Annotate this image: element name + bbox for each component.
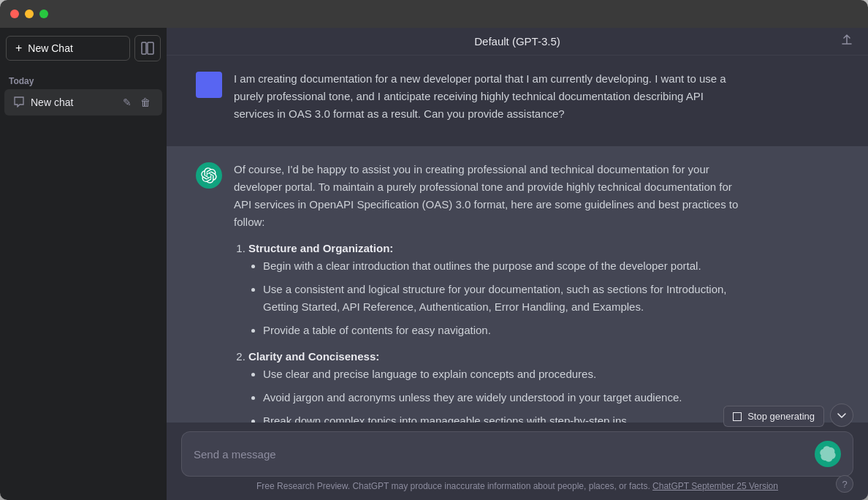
input-wrapper	[181, 431, 853, 477]
question-mark-icon: ?	[842, 479, 847, 490]
sidebar-item-new-chat[interactable]: New chat ✎ 🗑	[4, 89, 162, 115]
main-content: Default (GPT-3.5) I am creating document…	[167, 28, 868, 500]
messages-container: I am creating documentation for a new de…	[167, 56, 868, 423]
sidebar-toggle-icon	[141, 42, 154, 55]
bullet-2-2: Avoid jargon and acronyms unless they ar…	[263, 389, 745, 406]
user-avatar	[196, 72, 222, 98]
footer-version-link[interactable]: ChatGPT September 25 Version	[652, 481, 778, 491]
svg-rect-0	[142, 42, 146, 54]
chat-header: Default (GPT-3.5)	[167, 28, 868, 56]
today-section-label: Today	[0, 69, 167, 89]
app-window: + New Chat Today New chat	[0, 0, 868, 500]
chat-item-text: New chat	[31, 96, 114, 108]
bullet-1-3: Provide a table of contents for easy nav…	[263, 322, 745, 339]
chat-item-actions: ✎ 🗑	[120, 95, 153, 110]
chatgpt-logo-icon	[201, 167, 217, 183]
close-button[interactable]	[10, 10, 19, 18]
traffic-lights	[10, 10, 48, 18]
footer-disclaimer: Free Research Preview. ChatGPT may produ…	[256, 481, 650, 491]
assistant-intro-text: Of course, I'd be happy to assist you in…	[234, 161, 745, 231]
send-avatar-icon	[820, 446, 836, 462]
chat-bubble-icon	[13, 96, 25, 110]
user-message: I am creating documentation for a new de…	[167, 56, 868, 146]
assistant-message-content: Of course, I'd be happy to assist you in…	[234, 161, 745, 423]
plus-icon: +	[15, 42, 22, 54]
section-2-bullets: Use clear and precise language to explai…	[248, 365, 745, 423]
scroll-to-bottom-button[interactable]	[830, 404, 853, 427]
section-2: Clarity and Conciseness: Use clear and p…	[248, 348, 745, 423]
chat-header-title: Default (GPT-3.5)	[474, 35, 560, 48]
section-1-title: Structure and Organization:	[248, 242, 393, 254]
user-message-content: I am creating documentation for a new de…	[234, 70, 745, 132]
sidebar: + New Chat Today New chat	[0, 28, 167, 500]
maximize-button[interactable]	[39, 10, 48, 18]
assistant-sections-list: Structure and Organization: Begin with a…	[234, 240, 745, 423]
section-2-title: Clarity and Conciseness:	[248, 350, 379, 363]
svg-rect-1	[148, 42, 153, 54]
send-button[interactable]	[815, 441, 841, 467]
chevron-down-icon	[837, 410, 847, 420]
section-1-bullets: Begin with a clear introduction that out…	[248, 257, 745, 339]
share-button[interactable]	[840, 34, 853, 50]
help-button[interactable]: ?	[836, 475, 853, 493]
edit-chat-icon[interactable]: ✎	[120, 95, 134, 110]
input-area: Free Research Preview. ChatGPT may produ…	[167, 423, 868, 500]
stop-generating-label: Stop generating	[747, 411, 815, 422]
bullet-2-1: Use clear and precise language to explai…	[263, 365, 745, 383]
title-bar	[0, 0, 868, 28]
app-container: + New Chat Today New chat	[0, 28, 868, 500]
assistant-avatar	[196, 162, 222, 189]
stop-generating-button[interactable]: Stop generating	[723, 406, 824, 427]
assistant-message: Of course, I'd be happy to assist you in…	[167, 146, 868, 423]
footer-text: Free Research Preview. ChatGPT may produ…	[181, 477, 853, 494]
bullet-1-2: Use a consistent and logical structure f…	[263, 281, 745, 316]
user-message-text: I am creating documentation for a new de…	[234, 70, 745, 123]
message-input[interactable]	[194, 448, 807, 461]
new-chat-label: New Chat	[28, 42, 72, 54]
bullet-1-1: Begin with a clear introduction that out…	[263, 257, 745, 275]
minimize-button[interactable]	[25, 10, 34, 18]
share-icon	[840, 34, 853, 47]
section-1: Structure and Organization: Begin with a…	[248, 240, 745, 339]
delete-chat-icon[interactable]: 🗑	[137, 95, 153, 110]
new-chat-button[interactable]: + New Chat	[6, 36, 130, 61]
bullet-2-3: Break down complex topics into manageabl…	[263, 412, 745, 423]
sidebar-toggle-button[interactable]	[134, 35, 161, 61]
sidebar-top: + New Chat	[0, 28, 167, 69]
stop-icon	[733, 412, 742, 421]
